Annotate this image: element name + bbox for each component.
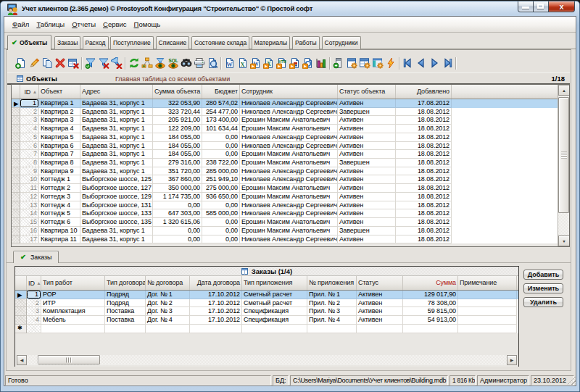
table-cell[interactable]: Квартира 2 [39, 108, 80, 117]
tab-3[interactable]: Расход [83, 36, 109, 49]
table-cell[interactable]: 2 [27, 299, 41, 308]
row-marker-cell[interactable] [15, 299, 27, 308]
table-cell[interactable]: Активен [338, 184, 396, 193]
table-cell[interactable]: Дог. № 1 [146, 291, 190, 299]
row-marker-cell[interactable] [12, 133, 20, 142]
minimize-button[interactable] [518, 1, 534, 12]
menu-item[interactable]: Помощь [130, 17, 165, 33]
row-marker-cell[interactable] [12, 108, 20, 117]
table-cell[interactable]: Бадаева 31, корпус 1 [80, 108, 153, 117]
table-cell[interactable]: Активен [338, 209, 396, 218]
table-cell[interactable]: Активен [357, 291, 403, 299]
row-marker-cell[interactable] [12, 201, 20, 210]
table-cell[interactable]: Активен [338, 125, 396, 133]
table-cell[interactable]: Спецификация [242, 307, 307, 316]
table-row[interactable]: 16Квартира 10Бадаева 31, корпус 10,000,0… [12, 227, 569, 235]
table-cell[interactable]: Квартира 7 [39, 150, 80, 159]
tree-view-button[interactable] [141, 57, 154, 70]
table-cell[interactable]: Выборгское шоссе, 133 [80, 209, 153, 218]
row-marker-cell[interactable] [12, 209, 20, 218]
table-cell[interactable]: 17 [20, 235, 39, 244]
table-cell[interactable]: 17.08.2012 [396, 99, 452, 108]
table-cell[interactable]: 18.08.2012 [396, 184, 452, 193]
table-row[interactable]: 11Коттедж 2Выборгское шоссе, 127350 000,… [12, 184, 569, 193]
row-marker-cell[interactable] [12, 175, 20, 184]
table-cell[interactable]: Завершен [338, 227, 396, 235]
table-cell[interactable]: 3 [27, 307, 41, 316]
column-header[interactable]: Статус объекта [338, 85, 396, 99]
table-cell[interactable]: Бадаева 31, корпус 1 [80, 99, 153, 108]
table-cell[interactable]: 279 316,00 [153, 159, 202, 167]
column-header[interactable]: Тип работ [41, 276, 105, 290]
table-cell[interactable]: 17.10.2012 [190, 299, 242, 308]
column-header[interactable]: № договора [146, 276, 190, 290]
table-cell[interactable]: 18.08.2012 [396, 150, 452, 159]
table-cell[interactable]: Дог. № 4 [146, 316, 190, 325]
table-cell[interactable]: Прил. № 4 [307, 316, 357, 325]
edit-record-button[interactable] [28, 57, 41, 70]
table-cell[interactable]: Коттедж 4 [39, 201, 80, 210]
table-cell[interactable] [458, 291, 517, 299]
table-cell[interactable]: Николаев Александр Сергеевич [240, 142, 338, 151]
scroll-left-button[interactable]: ◀ [17, 355, 27, 365]
filter-view-button[interactable] [154, 57, 167, 70]
table-cell[interactable]: Коттедж 3 [39, 193, 80, 201]
table-cell[interactable]: Николаев Александр Сергеевич [240, 175, 338, 184]
table-cell[interactable]: Бадаева 31, корпус 1 [80, 125, 153, 133]
row-marker-cell[interactable] [12, 227, 20, 235]
row-marker-cell[interactable] [12, 116, 20, 125]
table-cell[interactable]: Активен [357, 299, 403, 308]
table-cell[interactable]: Поставка [105, 307, 146, 316]
table-cell[interactable]: Завершен [338, 108, 396, 117]
table-cell[interactable]: Квартира 8 [39, 159, 80, 167]
row-marker-cell[interactable] [12, 150, 20, 159]
table-cell[interactable]: 351 720,00 [153, 167, 202, 176]
table-row[interactable]: 9Квартира 9Бадаева 31, корпус 1351 720,0… [12, 167, 569, 176]
table-cell[interactable]: Николаев Александр Сергеевич [240, 133, 338, 142]
chart-button[interactable] [315, 57, 328, 70]
table-cell[interactable]: Активен [357, 307, 403, 316]
table-cell[interactable]: 0,00 [153, 227, 202, 235]
table-cell[interactable]: 323 720,44 [153, 108, 202, 117]
table-cell[interactable]: 101 634,44 [202, 125, 240, 133]
table-cell[interactable]: Коттедж 5 [39, 209, 80, 218]
nav-prev-button[interactable] [415, 57, 428, 70]
table-row[interactable]: 14Коттедж 5Выборгское шоссе, 133647 303,… [12, 209, 569, 218]
table-cell[interactable]: Ерошин Максим Анатольевич [240, 218, 338, 227]
column-header[interactable]: Сумма объекта [153, 85, 202, 99]
column-header[interactable]: Добавлено [396, 85, 452, 99]
tab-5[interactable]: Списание [156, 36, 190, 49]
table-cell[interactable]: 2 [20, 108, 39, 117]
table-cell[interactable]: 367 860,00 [153, 175, 202, 184]
table-cell[interactable]: Квартира 3 [39, 116, 80, 125]
table-cell[interactable]: Выборгское шоссе, 135 [80, 218, 153, 227]
tab-4[interactable]: Поступление [110, 36, 154, 49]
table-cell[interactable]: Выборгское шоссе, 131 [80, 201, 153, 210]
table-cell[interactable]: Активен [338, 99, 396, 108]
row-marker-cell[interactable]: ▶ [12, 99, 20, 108]
table-cell[interactable]: Квартира 11 [39, 235, 80, 244]
table-cell[interactable]: Завершен [338, 159, 396, 167]
table-cell[interactable]: 18.08.2012 [396, 227, 452, 235]
table-row[interactable]: ▶1Квартира 1Бадаева 31, корпус 1322 053,… [12, 99, 569, 108]
table-cell[interactable] [458, 316, 517, 325]
column-header[interactable]: Адрес [80, 85, 153, 99]
table-row[interactable]: 5Квартира 5Бадаева 31, корпус 1184 055,0… [12, 133, 569, 142]
column-header[interactable]: Сумма [403, 276, 458, 290]
table-cell[interactable]: Николаев Александр Сергеевич [240, 99, 338, 108]
table-cell[interactable]: 0,00 [153, 201, 202, 210]
table-cell[interactable]: Николаев Александр Сергеевич [240, 108, 338, 117]
scroll-up-button[interactable]: ▲ [558, 85, 570, 96]
table-cell[interactable]: 4 [20, 125, 39, 133]
column-settings-button[interactable] [332, 57, 345, 70]
table-cell[interactable]: 18.08.2012 [396, 108, 452, 117]
table-cell[interactable]: Квартира 9 [39, 167, 80, 176]
column-header[interactable]: Статус [357, 276, 403, 290]
table-cell[interactable]: 184 055,00 [153, 150, 202, 159]
table-cell[interactable]: 18.08.2012 [396, 142, 452, 151]
table-cell[interactable]: Активен [338, 150, 396, 159]
table-cell[interactable]: 0,00 [202, 133, 240, 142]
table-cell[interactable] [242, 325, 307, 333]
table-cell[interactable]: 184 055,00 [153, 142, 202, 151]
table-cell[interactable]: Спецификация [242, 316, 307, 325]
